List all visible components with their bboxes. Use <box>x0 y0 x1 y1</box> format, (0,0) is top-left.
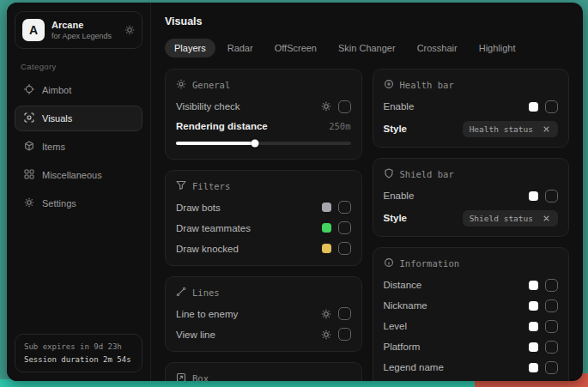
draw-bots-checkbox[interactable] <box>338 201 351 214</box>
sidebar-item-aimbot[interactable]: Aimbot <box>15 77 142 103</box>
close-icon[interactable] <box>542 214 551 223</box>
section-health-bar: Health bar Enable Style Health status <box>373 69 570 148</box>
line-to-enemy-checkbox[interactable] <box>338 307 351 320</box>
app-window: A Arcane for Apex Legends Category Aimbo… <box>7 3 583 381</box>
health-icon <box>384 79 394 91</box>
color-swatch[interactable] <box>529 322 538 331</box>
tab-offscreen[interactable]: OffScreen <box>265 39 326 57</box>
row-health-style: Style Health status <box>384 117 559 141</box>
section-title: Box <box>192 373 209 382</box>
row-visibility-check: Visibility check <box>176 96 351 117</box>
tab-bar: Players Radar OffScreen Skin Changer Cro… <box>165 39 569 57</box>
account-gear-icon[interactable] <box>124 25 135 35</box>
slider-thumb[interactable] <box>251 139 258 147</box>
row-view-line: View line <box>176 324 351 345</box>
row-draw-bots: Draw bots <box>176 197 351 218</box>
sidebar-item-settings[interactable]: Settings <box>15 190 142 216</box>
section-general: General Visibility check Rendering dista… <box>165 69 362 160</box>
cube-icon <box>24 141 34 153</box>
row-legend-name: Legend name <box>384 357 559 378</box>
settings-gear-icon[interactable] <box>321 309 331 319</box>
sidebar-item-visuals[interactable]: Visuals <box>15 106 142 131</box>
row-label: Line to enemy <box>176 309 238 319</box>
draw-teammates-checkbox[interactable] <box>338 221 351 234</box>
rendering-distance-slider[interactable] <box>176 142 351 145</box>
row-label: Platform <box>384 342 421 352</box>
settings-gear-icon[interactable] <box>321 101 331 112</box>
color-swatch[interactable] <box>529 342 538 352</box>
sidebar-item-label: Settings <box>42 198 76 209</box>
section-filters: Filters Draw bots Draw teammates <box>165 170 362 266</box>
row-label: Distance <box>384 280 422 290</box>
section-shield-bar: Shield bar Enable Style Shield status <box>373 158 570 237</box>
view-line-checkbox[interactable] <box>338 328 351 341</box>
left-column: General Visibility check Rendering dista… <box>165 69 362 381</box>
tab-highlight[interactable]: Highlight <box>470 39 525 57</box>
shield-enable-checkbox[interactable] <box>545 190 558 203</box>
row-label: Style <box>384 124 408 134</box>
row-label: Enable <box>384 101 415 112</box>
row-distance: Distance <box>384 275 559 295</box>
row-shield-enable: Enable <box>384 185 559 206</box>
section-title: Lines <box>192 287 220 298</box>
health-enable-checkbox[interactable] <box>545 100 558 113</box>
box-icon <box>176 372 186 382</box>
legend-name-checkbox[interactable] <box>545 361 558 374</box>
row-line-to-enemy: Line to enemy <box>176 304 351 324</box>
settings-gear-icon[interactable] <box>321 330 331 340</box>
section-title: General <box>192 80 230 90</box>
row-label: Draw teammates <box>176 223 251 233</box>
color-swatch[interactable] <box>529 301 538 311</box>
color-swatch[interactable] <box>322 223 331 233</box>
color-swatch[interactable] <box>529 281 538 290</box>
color-swatch[interactable] <box>529 102 538 112</box>
gear-icon <box>24 197 34 209</box>
platform-checkbox[interactable] <box>545 341 558 354</box>
page-title: Visuals <box>165 15 569 27</box>
tab-radar[interactable]: Radar <box>218 39 263 57</box>
brand-text: Arcane for Apex Legends <box>52 20 118 40</box>
row-health-enable: Enable <box>384 96 559 117</box>
level-checkbox[interactable] <box>545 320 558 333</box>
health-style-select[interactable]: Health status <box>463 121 558 137</box>
color-swatch[interactable] <box>529 191 538 201</box>
section-title: Filters <box>192 181 230 191</box>
content-columns: General Visibility check Rendering dista… <box>165 69 569 381</box>
row-rendering-distance: Rendering distance 250m <box>176 117 351 135</box>
row-level: Level <box>384 316 559 336</box>
sidebar: A Arcane for Apex Legends Category Aimbo… <box>7 3 151 381</box>
tab-crosshair[interactable]: Crosshair <box>408 39 467 57</box>
sidebar-item-miscellaneous[interactable]: Miscellaneous <box>15 162 142 188</box>
sub-expires-text: Sub expires in 9d 23h <box>24 342 133 351</box>
section-lines: Lines Line to enemy View line <box>165 276 362 352</box>
grid-icon <box>24 169 34 181</box>
row-label: Nickname <box>384 300 427 311</box>
tab-skin-changer[interactable]: Skin Changer <box>329 39 405 57</box>
line-icon <box>176 287 186 299</box>
tab-players[interactable]: Players <box>165 39 215 57</box>
visibility-check-checkbox[interactable] <box>338 100 351 113</box>
subscription-card: Sub expires in 9d 23h Session duration 2… <box>15 334 142 372</box>
shield-style-select[interactable]: Shield status <box>463 210 558 227</box>
app-name: Arcane <box>52 20 118 30</box>
color-swatch[interactable] <box>322 244 331 253</box>
row-label: Enable <box>384 190 415 201</box>
row-label: Style <box>384 213 408 223</box>
app-subtitle: for Apex Legends <box>52 32 118 40</box>
draw-knocked-checkbox[interactable] <box>338 242 351 255</box>
nickname-checkbox[interactable] <box>545 299 558 312</box>
color-swatch[interactable] <box>322 203 331 212</box>
sun-icon <box>176 79 186 91</box>
row-platform: Platform <box>384 336 559 357</box>
slider-value: 250m <box>329 121 350 131</box>
color-swatch[interactable] <box>529 363 538 372</box>
section-box: Box Enable Enable background <box>165 362 362 382</box>
category-label: Category <box>21 62 136 71</box>
sidebar-item-label: Items <box>42 142 65 152</box>
row-shield-style: Style Shield status <box>384 206 559 230</box>
distance-checkbox[interactable] <box>545 279 558 292</box>
sidebar-item-items[interactable]: Items <box>15 134 142 160</box>
row-team-number: Team number <box>384 378 559 381</box>
close-icon[interactable] <box>542 124 551 134</box>
right-column: Health bar Enable Style Health status <box>373 69 570 381</box>
